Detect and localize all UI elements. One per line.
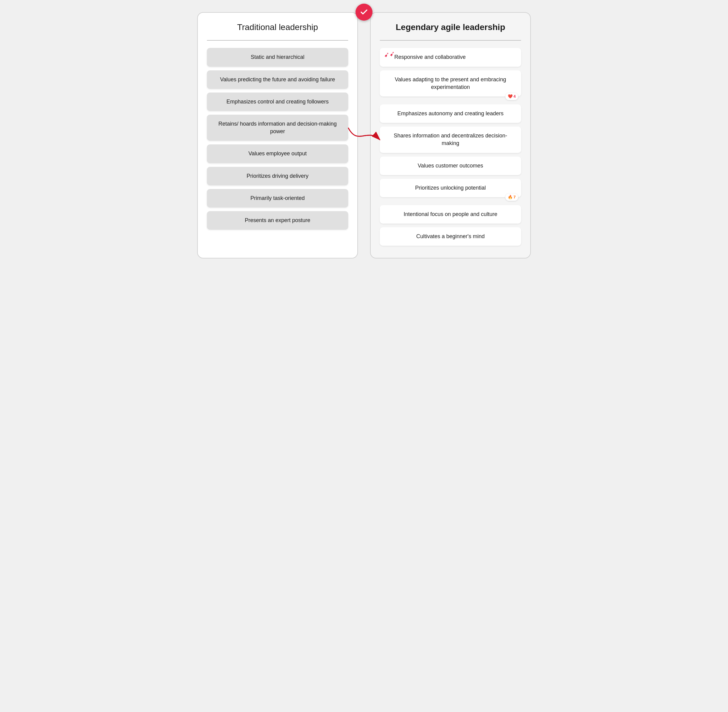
heart-emoji: ❤️ [508,94,513,99]
card-unlocking: Prioritizes unlocking potential 🔥 7 [380,179,521,197]
card-delivery: Prioritizes driving delivery [207,167,348,185]
right-divider [380,40,521,41]
left-column: Traditional leadership Static and hierar… [197,12,358,258]
card-adapting: Values adapting to the present and embra… [380,70,521,96]
right-card-list: ➹➹ Responsive and collaborative Values a… [380,48,521,246]
left-divider [207,40,348,41]
left-column-title: Traditional leadership [207,22,348,33]
heart-badge: ❤️ 4 [506,93,518,100]
card-shares: Shares information and decentralizes dec… [380,126,521,153]
page-wrapper: Traditional leadership Static and hierar… [197,12,531,258]
left-card-list: Static and hierarchical Values predictin… [207,48,348,230]
card-static: Static and hierarchical [207,48,348,67]
center-check-badge [356,4,372,21]
card-people: Intentional focus on people and culture [380,205,521,224]
squiggle-icon: ➹➹ [383,50,395,59]
card-responsive: ➹➹ Responsive and collaborative [380,48,521,67]
right-column-title: Legendary agile leadership [380,22,521,33]
right-column: Legendary agile leadership ➹➹ Responsive… [370,12,531,258]
card-control: Emphasizes control and creating follower… [207,92,348,111]
card-output: Values employee output [207,144,348,163]
card-customer: Values customer outcomes [380,157,521,175]
columns-wrapper: Traditional leadership Static and hierar… [197,12,531,258]
card-beginner: Cultivates a beginner's mind [380,227,521,246]
heart-count: 4 [513,94,516,99]
fire-badge: 🔥 7 [506,194,518,201]
card-expert: Presents an expert posture [207,211,348,230]
card-task: Primarily task-oriented [207,189,348,208]
fire-emoji: 🔥 [508,194,513,200]
card-autonomy: Emphasizes autonomy and creating leaders [380,104,521,123]
fire-count: 7 [513,194,516,200]
card-retains: Retains/ hoards information and decision… [207,115,348,141]
card-predicting: Values predicting the future and avoidin… [207,70,348,89]
